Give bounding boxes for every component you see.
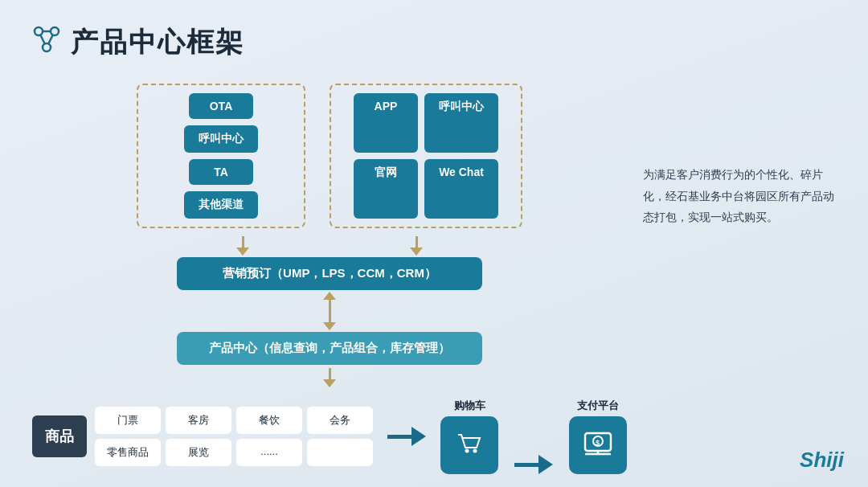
channel-call-center-l: 呼叫中心 xyxy=(184,125,258,153)
channel-groups-row: OTA 呼叫中心 TA 其他渠道 APP 呼叫中心 官网 We Chat xyxy=(137,84,522,228)
title-area: 产品中心框架 xyxy=(32,24,836,61)
product-meetings: 会务 xyxy=(307,407,373,434)
arrow-from-left-group xyxy=(236,236,249,256)
channel-app: APP xyxy=(354,93,418,153)
arrow-double-1 xyxy=(323,292,336,330)
svg-point-6 xyxy=(465,449,469,453)
channel-group-right: APP 呼叫中心 官网 We Chat xyxy=(330,84,522,228)
product-exhibition: 展览 xyxy=(166,439,231,466)
channel-ota: OTA xyxy=(189,93,253,119)
cart-label: 购物车 xyxy=(454,399,485,413)
channel-website: 官网 xyxy=(354,159,418,219)
arrow-from-right-group xyxy=(410,236,423,256)
cart-block: 购物车 xyxy=(440,399,498,474)
svg-point-7 xyxy=(473,449,477,453)
channel-group-left: OTA 呼叫中心 TA 其他渠道 xyxy=(137,84,305,228)
svg-point-1 xyxy=(51,27,59,35)
main-content: OTA 呼叫中心 TA 其他渠道 APP 呼叫中心 官网 We Chat xyxy=(32,84,836,474)
products-section: 商品 门票 客房 餐饮 会务 零售商品 展览 ...... xyxy=(32,399,627,474)
svg-point-2 xyxy=(43,43,51,51)
payment-icon-box: $ xyxy=(569,416,627,474)
channel-ta: TA xyxy=(189,159,253,185)
product-empty xyxy=(307,439,373,466)
product-label: 商品 xyxy=(32,415,87,457)
svg-line-5 xyxy=(48,35,53,44)
left-column: OTA 呼叫中心 TA 其他渠道 APP 呼叫中心 官网 We Chat xyxy=(32,84,627,474)
product-retail: 零售商品 xyxy=(95,439,161,466)
svg-text:$: $ xyxy=(596,439,600,447)
page-title: 产品中心框架 xyxy=(71,24,244,61)
channel-call-center-r: 呼叫中心 xyxy=(424,93,498,153)
payment-block: 支付平台 $ xyxy=(569,399,627,474)
action-icons: 购物车 xyxy=(440,399,627,474)
title-icon xyxy=(32,25,61,60)
product-room: 客房 xyxy=(166,407,231,434)
arrow-to-products xyxy=(323,368,336,387)
marketing-box: 营销预订（UMP，LPS，CCM，CRM） xyxy=(177,257,482,290)
product-dining: 餐饮 xyxy=(236,407,302,434)
arrow-to-cart xyxy=(387,427,426,446)
right-description: 为满足客户消费行为的个性化、碎片化，经石基业务中台将园区所有产品动态打包，实现一… xyxy=(643,164,836,228)
payment-label: 支付平台 xyxy=(577,399,619,413)
channel-wechat: We Chat xyxy=(424,159,498,219)
channel-other: 其他渠道 xyxy=(184,191,258,219)
slide: 产品中心框架 OTA 呼叫中心 TA 其他渠道 APP 呼叫中心 官网 We C… xyxy=(0,0,868,487)
product-center-box: 产品中心（信息查询，产品组合，库存管理） xyxy=(177,332,482,365)
shiji-logo: Shiji xyxy=(800,448,844,473)
svg-point-0 xyxy=(35,27,43,35)
svg-line-4 xyxy=(40,35,45,44)
product-more: ...... xyxy=(236,439,302,466)
arrow-to-payment xyxy=(514,455,553,474)
cart-icon-box xyxy=(440,416,498,474)
right-panel: 为满足客户消费行为的个性化、碎片化，经石基业务中台将园区所有产品动态打包，实现一… xyxy=(643,84,836,228)
product-grid: 门票 客房 餐饮 会务 零售商品 展览 ...... xyxy=(95,407,373,466)
product-ticket: 门票 xyxy=(95,407,161,434)
